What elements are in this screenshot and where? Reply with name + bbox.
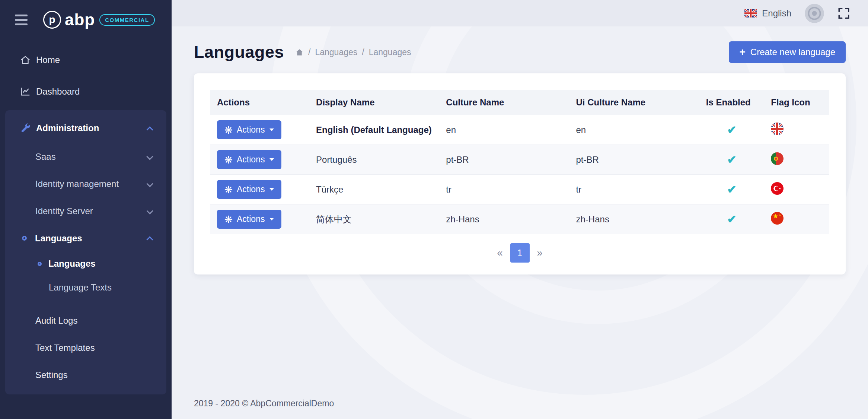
pagination: « 1 » [210, 234, 829, 264]
row-actions-button[interactable]: Actions [217, 120, 281, 139]
sidebar-item-identity-server[interactable]: Identity Server [5, 197, 166, 225]
display-name-cell: 简体中文 [309, 204, 439, 234]
display-name-cell: Português [309, 145, 439, 175]
sidebar-item-label: Saas [35, 152, 143, 162]
breadcrumb-item-languages[interactable]: Languages [315, 47, 357, 57]
sidebar-item-language-texts[interactable]: Language Texts [5, 276, 166, 299]
sidebar-item-label: Languages [48, 258, 152, 269]
sidebar: p abp COMMERCIAL Home Dashboard Administ… [0, 0, 172, 419]
caret-down-icon [269, 218, 274, 220]
gear-icon [224, 126, 233, 134]
user-avatar[interactable] [805, 4, 824, 23]
culture-name-cell: pt-BR [439, 145, 569, 175]
logo-text: abp [65, 10, 95, 29]
sidebar-brand-row: p abp COMMERCIAL [0, 0, 172, 39]
languages-table-card: Actions Display Name Culture Name Ui Cul… [194, 73, 846, 274]
column-header-display-name: Display Name [309, 90, 439, 115]
main-area: English Languages / Languages / [172, 0, 868, 419]
language-label: English [762, 8, 791, 19]
pagination-next[interactable]: » [533, 247, 546, 259]
languages-table: Actions Display Name Culture Name Ui Cul… [210, 90, 829, 234]
dot-ring-icon [38, 262, 42, 266]
flag-china-icon [771, 212, 784, 225]
sidebar-item-label: Administration [36, 123, 143, 133]
menu-toggle-button[interactable] [15, 15, 28, 25]
breadcrumb-separator: / [362, 47, 364, 57]
table-row: Actions Português pt-BR pt-BR ✔ [210, 145, 829, 175]
sidebar-item-label: Home [36, 55, 157, 65]
create-new-language-button[interactable]: + Create new language [729, 41, 846, 63]
culture-name-cell: tr [439, 175, 569, 204]
culture-name-cell: zh-Hans [439, 204, 569, 234]
chevron-down-icon [146, 207, 153, 214]
display-name-cell: English (Default Language) [309, 115, 439, 145]
breadcrumb-home-icon[interactable] [295, 48, 304, 57]
sidebar-item-saas[interactable]: Saas [5, 143, 166, 170]
flag-turkey-icon [771, 182, 784, 195]
create-new-language-label: Create new language [750, 47, 835, 57]
chevron-up-icon [146, 126, 153, 133]
row-actions-button[interactable]: Actions [217, 210, 281, 229]
sidebar-item-settings[interactable]: Settings [5, 361, 166, 388]
gear-icon [224, 185, 233, 194]
page-content: Languages / Languages / Languages + Crea… [172, 26, 868, 388]
plus-icon: + [739, 48, 745, 56]
sidebar-item-languages-languages[interactable]: Languages [5, 252, 166, 276]
chevron-down-icon [146, 153, 153, 160]
footer: 2019 - 2020 © AbpCommercialDemo [172, 388, 868, 419]
topbar: English [172, 0, 868, 26]
display-name-cell: Türkçe [309, 175, 439, 204]
app-logo[interactable]: p abp COMMERCIAL [43, 10, 155, 29]
spacer [5, 299, 166, 307]
caret-down-icon [269, 128, 274, 131]
sidebar-item-dashboard[interactable]: Dashboard [0, 76, 172, 107]
sidebar-item-label: Languages [35, 233, 143, 244]
sidebar-item-text-templates[interactable]: Text Templates [5, 334, 166, 361]
language-selector[interactable]: English [744, 8, 791, 19]
column-header-ui-culture-name: Ui Culture Name [569, 90, 699, 115]
home-icon [20, 55, 31, 65]
breadcrumb: / Languages / Languages [295, 47, 411, 57]
table-header-row: Actions Display Name Culture Name Ui Cul… [210, 90, 829, 115]
sidebar-item-administration[interactable]: Administration [5, 113, 166, 143]
uk-flag-icon [744, 9, 757, 18]
copyright-text: 2019 - 2020 © AbpCommercialDemo [194, 399, 334, 409]
breadcrumb-item-languages-2[interactable]: Languages [369, 47, 411, 57]
administration-group: Administration Saas Identity management … [5, 110, 166, 394]
sidebar-item-label: Settings [35, 370, 152, 380]
row-actions-label: Actions [237, 214, 265, 224]
table-row: Actions Türkçe tr tr ✔ [210, 175, 829, 204]
ui-culture-name-cell: zh-Hans [569, 204, 699, 234]
caret-down-icon [269, 158, 274, 161]
table-row: Actions 简体中文 zh-Hans zh-Hans ✔ [210, 204, 829, 234]
row-actions-button[interactable]: Actions [217, 180, 281, 199]
sidebar-item-languages[interactable]: Languages [5, 225, 166, 252]
table-row: Actions English (Default Language) en en… [210, 115, 829, 145]
flag-united-kingdom-icon [771, 123, 784, 135]
sidebar-item-audit-logs[interactable]: Audit Logs [5, 307, 166, 334]
fullscreen-icon[interactable] [837, 7, 850, 20]
check-icon: ✔ [727, 183, 736, 196]
pagination-page-1[interactable]: 1 [510, 243, 530, 263]
sidebar-item-label: Audit Logs [35, 315, 152, 326]
gear-icon [224, 215, 233, 223]
column-header-is-enabled: Is Enabled [699, 90, 765, 115]
sidebar-item-label: Dashboard [36, 86, 157, 97]
caret-down-icon [269, 188, 274, 191]
row-actions-label: Actions [237, 155, 265, 165]
logo-commercial-badge: COMMERCIAL [99, 14, 154, 26]
flag-portugal-icon [771, 152, 784, 165]
wrench-icon [20, 123, 31, 133]
row-actions-button[interactable]: Actions [217, 150, 281, 169]
sidebar-item-label: Language Texts [49, 282, 152, 293]
sidebar-nav: Home Dashboard Administration Saas Ident… [0, 39, 172, 394]
dashboard-chart-icon [20, 86, 31, 97]
ui-culture-name-cell: tr [569, 175, 699, 204]
sidebar-item-identity-management[interactable]: Identity management [5, 170, 166, 197]
page-header: Languages / Languages / Languages + Crea… [194, 41, 846, 63]
chevron-down-icon [146, 180, 153, 187]
pagination-prev[interactable]: « [493, 247, 506, 259]
breadcrumb-separator: / [308, 47, 310, 57]
sidebar-item-home[interactable]: Home [0, 44, 172, 76]
row-actions-label: Actions [237, 184, 265, 194]
